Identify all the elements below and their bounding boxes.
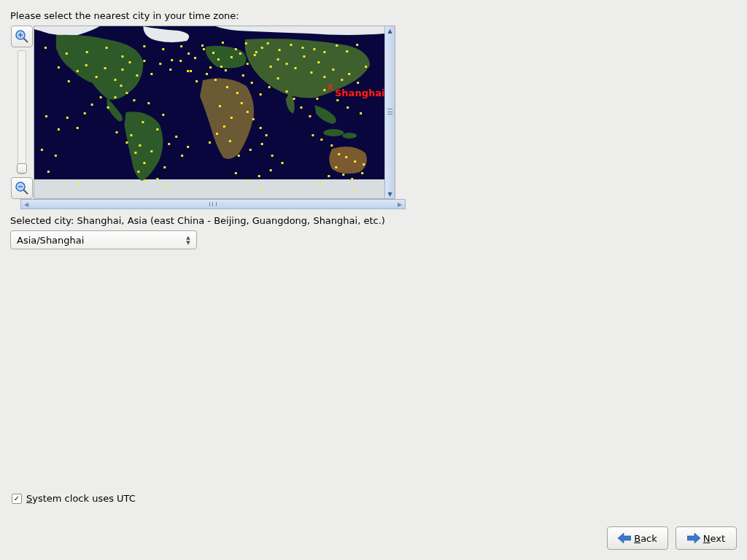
svg-rect-132: [231, 117, 233, 119]
svg-rect-93: [162, 114, 164, 116]
svg-rect-138: [238, 155, 240, 157]
svg-rect-99: [139, 144, 141, 147]
svg-rect-96: [181, 155, 183, 157]
scroll-down-icon: ▼: [385, 190, 395, 198]
svg-rect-40: [96, 76, 98, 78]
svg-rect-31: [313, 48, 315, 50]
back-button-label: Back: [634, 533, 657, 544]
svg-rect-122: [251, 82, 253, 84]
svg-rect-158: [319, 181, 321, 183]
svg-rect-75: [58, 128, 60, 131]
svg-rect-48: [159, 63, 161, 65]
svg-rect-32: [323, 51, 325, 53]
svg-rect-66: [303, 55, 305, 58]
scroll-grip-icon: [209, 202, 217, 206]
svg-rect-44: [128, 61, 131, 63]
zoom-in-button[interactable]: [11, 26, 33, 47]
svg-rect-8: [34, 179, 384, 198]
world-map-svg: [34, 26, 384, 198]
svg-rect-74: [365, 66, 367, 68]
svg-rect-87: [120, 85, 123, 87]
svg-rect-21: [201, 44, 204, 47]
svg-rect-43: [122, 69, 124, 71]
svg-rect-140: [261, 143, 263, 145]
svg-rect-35: [356, 44, 358, 46]
svg-rect-155: [345, 156, 347, 158]
svg-rect-109: [190, 70, 192, 72]
svg-rect-51: [187, 70, 189, 72]
svg-rect-118: [252, 118, 255, 120]
svg-rect-103: [125, 141, 128, 144]
zoom-in-icon: [15, 29, 29, 44]
svg-rect-156: [354, 160, 356, 163]
zoom-slider[interactable]: [18, 50, 26, 174]
selected-city-map-label: Shanghai: [335, 88, 384, 98]
svg-rect-144: [347, 106, 349, 109]
svg-rect-70: [332, 69, 334, 71]
svg-rect-165: [260, 188, 262, 190]
svg-rect-154: [338, 153, 340, 155]
svg-rect-142: [282, 162, 284, 164]
svg-rect-19: [171, 59, 173, 61]
map-vertical-scrollbar[interactable]: ▲ ▼: [384, 26, 395, 198]
svg-rect-62: [270, 66, 272, 68]
svg-rect-73: [357, 82, 359, 84]
svg-rect-116: [241, 102, 243, 104]
zoom-out-button[interactable]: [11, 177, 33, 199]
svg-rect-162: [351, 178, 353, 180]
svg-rect-55: [217, 58, 220, 61]
svg-rect-107: [156, 178, 158, 180]
world-map[interactable]: x Shanghai ▲ ▼: [34, 26, 395, 199]
svg-rect-106: [144, 179, 147, 182]
svg-rect-91: [147, 102, 150, 104]
zoom-slider-handle[interactable]: [17, 163, 27, 174]
back-button[interactable]: Back: [607, 526, 668, 550]
svg-rect-105: [137, 171, 139, 173]
svg-rect-157: [363, 163, 365, 166]
svg-rect-111: [206, 73, 208, 75]
svg-rect-114: [226, 86, 228, 88]
svg-rect-20: [187, 52, 190, 55]
selected-city-label: Selected city: Shanghai, Asia (east Chin…: [10, 215, 737, 226]
svg-rect-42: [115, 79, 117, 81]
svg-rect-63: [277, 58, 279, 61]
svg-rect-82: [84, 112, 86, 114]
svg-rect-126: [286, 90, 288, 93]
svg-rect-151: [311, 134, 314, 136]
svg-rect-139: [249, 149, 252, 151]
svg-rect-53: [203, 48, 205, 50]
svg-marker-168: [687, 533, 700, 543]
map-horizontal-scrollbar[interactable]: ◀ ▶: [20, 199, 406, 209]
svg-rect-119: [260, 127, 262, 129]
next-button[interactable]: Next: [676, 526, 737, 550]
utc-checkbox[interactable]: ✓: [12, 494, 22, 504]
timezone-combo[interactable]: Asia/Shanghai ▲▼: [10, 230, 197, 249]
svg-rect-98: [150, 150, 152, 152]
svg-rect-30: [301, 47, 303, 49]
scroll-grip-icon: [387, 109, 392, 114]
svg-rect-64: [286, 63, 288, 65]
svg-rect-135: [209, 141, 211, 144]
svg-rect-16: [143, 45, 145, 47]
svg-rect-39: [85, 64, 88, 66]
svg-rect-89: [133, 99, 135, 101]
svg-rect-25: [245, 42, 247, 44]
svg-rect-131: [323, 89, 325, 91]
svg-rect-41: [104, 67, 107, 69]
scroll-left-icon: ◀: [21, 200, 31, 209]
svg-rect-117: [247, 111, 249, 113]
svg-rect-92: [156, 128, 158, 131]
svg-rect-136: [219, 105, 221, 107]
svg-rect-59: [247, 63, 249, 65]
svg-rect-83: [91, 104, 93, 106]
svg-rect-86: [115, 96, 117, 98]
svg-rect-12: [66, 52, 68, 55]
svg-rect-77: [41, 149, 43, 151]
svg-rect-46: [143, 60, 145, 62]
utc-checkbox-label: System clock uses UTC: [26, 493, 136, 504]
svg-rect-150: [270, 169, 272, 171]
svg-rect-88: [125, 92, 128, 94]
svg-rect-14: [106, 47, 108, 49]
svg-rect-52: [194, 57, 196, 59]
svg-rect-108: [163, 166, 166, 168]
